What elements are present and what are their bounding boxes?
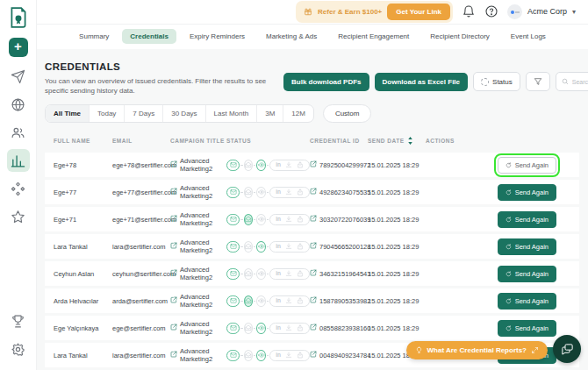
full-name-cell: Lara Tankal (54, 352, 112, 359)
linkedin-icon[interactable]: in (276, 298, 281, 304)
open-credential-icon[interactable] (310, 215, 317, 224)
expand-icon[interactable] (531, 346, 539, 354)
share-icon[interactable] (297, 270, 304, 277)
globe-icon[interactable] (7, 93, 30, 116)
account-menu[interactable]: Acme Corp ▾ (507, 4, 576, 19)
send-again-button[interactable]: Send Again (498, 238, 556, 255)
open-credential-icon[interactable] (310, 160, 317, 169)
send-again-button[interactable]: Send Again (498, 266, 556, 282)
download-icon[interactable] (285, 216, 292, 223)
send-again-button[interactable]: Send Again (498, 320, 556, 337)
sort-icon[interactable] (407, 137, 413, 145)
open-credential-icon[interactable] (310, 351, 317, 359)
send-again-button[interactable]: Send Again (498, 157, 556, 174)
open-campaign-icon[interactable] (170, 269, 177, 278)
chat-button[interactable] (553, 335, 581, 363)
open-campaign-icon[interactable] (170, 296, 177, 305)
open-campaign-icon[interactable] (170, 324, 177, 332)
help-icon[interactable] (484, 4, 498, 18)
linkedin-icon[interactable]: in (276, 217, 281, 223)
tab-recipient-directory[interactable]: Recipient Directory (422, 29, 498, 44)
share-actions-group: in (269, 268, 310, 280)
open-credential-icon[interactable] (310, 242, 317, 251)
status-cell: in (226, 323, 310, 334)
send-again-button[interactable]: Send Again (498, 184, 556, 201)
email-cell: lara@sertifier.com (112, 352, 170, 359)
time-filter-3m[interactable]: 3M (257, 105, 283, 122)
integrations-icon[interactable] (7, 177, 30, 200)
share-icon[interactable] (297, 189, 304, 196)
tab-credentials[interactable]: Credentials (122, 29, 176, 44)
table-row: Ceyhun Aslan ceyhun@sertifier.com Advanc… (45, 261, 579, 286)
send-again-button[interactable]: Send Again (498, 293, 556, 310)
share-icon[interactable] (297, 324, 304, 331)
filter-button[interactable] (526, 72, 550, 91)
time-filter-last-month[interactable]: Last Month (206, 105, 258, 122)
open-campaign-icon[interactable] (170, 351, 177, 359)
download-icon[interactable] (285, 161, 292, 168)
download-icon[interactable] (285, 352, 292, 359)
send-date-cell: 15.01.2025 18:29 (368, 161, 426, 169)
time-filter-all-time[interactable]: All Time (46, 105, 90, 122)
open-credential-icon[interactable] (310, 188, 317, 196)
time-filter-7-days[interactable]: 7 Days (125, 105, 163, 122)
star-icon[interactable] (7, 205, 30, 228)
get-your-link-button[interactable]: Get Your Link (387, 4, 450, 20)
open-credential-icon[interactable] (310, 296, 317, 305)
download-icon[interactable] (285, 324, 292, 331)
rewards-icon[interactable] (7, 310, 30, 332)
share-icon[interactable] (297, 243, 304, 250)
open-campaign-icon[interactable] (170, 160, 177, 169)
status-cell: in (226, 214, 310, 225)
tab-marketing-ads[interactable]: Marketing & Ads (258, 29, 325, 44)
linkedin-icon[interactable]: in (276, 244, 281, 250)
download-icon[interactable] (285, 270, 292, 277)
share-icon[interactable] (297, 161, 304, 168)
status-filter-button[interactable]: Status (473, 72, 520, 91)
sertifier-logo[interactable] (7, 6, 30, 29)
linkedin-icon[interactable]: in (276, 325, 281, 331)
share-icon[interactable] (297, 297, 304, 304)
tab-recipient-engagement[interactable]: Recipient Engagement (330, 29, 417, 44)
settings-icon[interactable] (7, 338, 30, 360)
open-campaign-icon[interactable] (170, 188, 177, 196)
status-cell: in (226, 241, 310, 253)
credential-id-cell: 15878905353982 (310, 296, 368, 305)
open-campaign-icon[interactable] (170, 215, 177, 224)
recipients-icon[interactable] (7, 121, 30, 144)
credential-reports-help-bubble[interactable]: What Are Credential Reports? (406, 341, 549, 359)
download-icon[interactable] (285, 297, 292, 304)
tab-event-logs[interactable]: Event Logs (503, 29, 554, 44)
time-filter-30-days[interactable]: 30 Days (163, 105, 205, 122)
linkedin-icon[interactable]: in (276, 162, 281, 168)
open-credential-icon[interactable] (310, 269, 317, 278)
bulk-download-pdfs-button[interactable]: Bulk download PDFs (283, 73, 369, 91)
share-icon[interactable] (297, 352, 304, 359)
add-campaign-button[interactable]: + (9, 38, 28, 57)
full-name-cell: Lara Tankal (54, 243, 112, 251)
search-box[interactable] (556, 72, 588, 91)
time-filter-today[interactable]: Today (90, 105, 125, 122)
download-excel-button[interactable]: Download as Excel File (375, 73, 468, 91)
share-actions-group: in (269, 187, 310, 198)
column-send-date[interactable]: SEND DATE (368, 137, 426, 145)
linkedin-icon[interactable]: in (276, 189, 281, 196)
send-icon[interactable] (7, 65, 30, 88)
search-input[interactable] (572, 79, 588, 85)
notifications-bell-icon[interactable] (462, 4, 476, 18)
download-icon[interactable] (285, 243, 292, 250)
open-campaign-icon[interactable] (170, 242, 177, 251)
open-credential-icon[interactable] (310, 324, 317, 332)
tab-summary[interactable]: Summary (71, 29, 117, 44)
custom-range-button[interactable]: Custom (323, 104, 372, 123)
status-viewed-icon (256, 187, 266, 198)
tab-expiry-reminders[interactable]: Expiry Reminders (182, 29, 253, 44)
linkedin-icon[interactable]: in (276, 352, 281, 359)
resend-icon (506, 189, 512, 196)
analytics-icon[interactable] (7, 149, 30, 172)
time-filter-12m[interactable]: 12M (283, 105, 313, 122)
send-again-button[interactable]: Send Again (498, 211, 556, 228)
download-icon[interactable] (285, 189, 292, 196)
linkedin-icon[interactable]: in (276, 271, 281, 277)
share-icon[interactable] (297, 216, 304, 223)
